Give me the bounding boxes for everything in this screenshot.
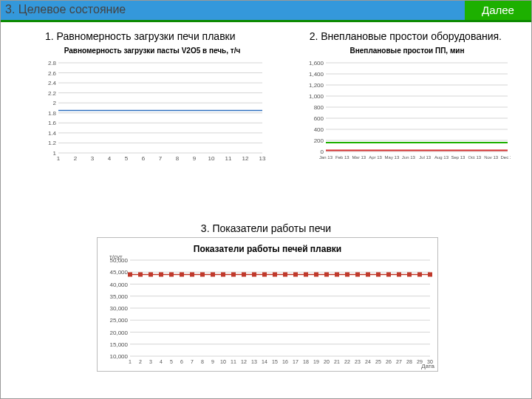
svg-text:27: 27 xyxy=(396,359,402,364)
svg-text:т/сут: т/сут xyxy=(109,253,123,260)
svg-text:10: 10 xyxy=(220,359,226,364)
svg-text:May 13: May 13 xyxy=(385,155,400,160)
svg-rect-116 xyxy=(180,273,184,277)
svg-text:40,000: 40,000 xyxy=(110,282,129,288)
slide-root: 3. Целевое состояние Далее 1. Равномерно… xyxy=(0,0,532,399)
svg-text:2.2: 2.2 xyxy=(48,90,57,97)
svg-text:2: 2 xyxy=(139,359,142,364)
svg-text:Dec 13: Dec 13 xyxy=(500,155,511,160)
chart-performance: Показатели работы печей плавки 10,00015,… xyxy=(97,237,438,372)
svg-text:Jul 13: Jul 13 xyxy=(419,155,432,160)
svg-text:30,000: 30,000 xyxy=(110,305,129,312)
svg-text:18: 18 xyxy=(303,359,309,364)
svg-text:1.2: 1.2 xyxy=(48,140,57,146)
svg-text:2.8: 2.8 xyxy=(48,60,57,66)
svg-rect-115 xyxy=(169,273,174,277)
svg-text:Nov 13: Nov 13 xyxy=(484,155,499,160)
chart1-title: Равномерность загрузки пасты V2O5 в печь… xyxy=(38,47,267,55)
svg-text:Mar 13: Mar 13 xyxy=(352,155,366,160)
svg-rect-135 xyxy=(376,273,381,277)
svg-rect-123 xyxy=(252,273,256,277)
svg-rect-126 xyxy=(283,273,287,277)
svg-text:6: 6 xyxy=(180,359,183,364)
svg-text:2: 2 xyxy=(53,100,57,106)
svg-text:1,000: 1,000 xyxy=(309,93,324,100)
svg-rect-114 xyxy=(159,273,163,277)
svg-rect-133 xyxy=(355,273,360,277)
svg-text:1.4: 1.4 xyxy=(48,130,57,137)
svg-text:400: 400 xyxy=(314,126,324,133)
svg-text:10,000: 10,000 xyxy=(110,353,129,360)
svg-rect-120 xyxy=(221,273,225,277)
svg-text:600: 600 xyxy=(314,115,324,122)
svg-text:1: 1 xyxy=(57,155,61,162)
svg-text:3: 3 xyxy=(91,155,95,162)
svg-rect-132 xyxy=(345,273,349,277)
svg-rect-111 xyxy=(128,273,132,277)
chart2-svg: 02004006008001,0001,2001,4001,600Jan 13F… xyxy=(304,47,511,165)
svg-text:11: 11 xyxy=(225,155,232,162)
svg-rect-139 xyxy=(417,273,422,277)
svg-rect-113 xyxy=(149,273,153,277)
svg-text:16: 16 xyxy=(282,359,288,364)
svg-text:21: 21 xyxy=(334,359,340,364)
svg-rect-124 xyxy=(262,273,267,277)
svg-text:9: 9 xyxy=(211,359,214,364)
svg-text:0: 0 xyxy=(321,149,324,155)
svg-rect-131 xyxy=(335,273,339,277)
svg-text:7: 7 xyxy=(191,359,194,364)
svg-text:45,000: 45,000 xyxy=(110,269,129,276)
svg-text:17: 17 xyxy=(293,359,299,364)
svg-text:15,000: 15,000 xyxy=(110,341,129,348)
svg-text:25,000: 25,000 xyxy=(110,317,129,324)
svg-text:Jun 13: Jun 13 xyxy=(402,155,416,160)
svg-text:12: 12 xyxy=(241,359,247,364)
svg-text:3: 3 xyxy=(149,359,152,364)
svg-text:13: 13 xyxy=(259,155,266,162)
svg-rect-122 xyxy=(242,273,246,277)
svg-rect-134 xyxy=(366,273,370,277)
svg-text:4: 4 xyxy=(160,359,163,364)
divider xyxy=(1,20,531,22)
chart2-title: Внеплановые простои ПП, мин xyxy=(304,47,511,55)
svg-text:1.6: 1.6 xyxy=(48,120,57,126)
chart1-svg: 11.21.41.61.822.22.42.62.812345678910111… xyxy=(38,47,267,165)
svg-text:Apr 13: Apr 13 xyxy=(369,155,382,160)
svg-text:24: 24 xyxy=(365,359,371,364)
svg-text:19: 19 xyxy=(313,359,319,364)
chart-downtime: Внеплановые простои ПП, мин 020040060080… xyxy=(304,47,511,165)
svg-text:12: 12 xyxy=(242,155,249,162)
svg-text:2: 2 xyxy=(74,155,78,162)
svg-text:1,200: 1,200 xyxy=(309,82,324,89)
next-button[interactable]: Далее xyxy=(465,1,531,20)
chart2-heading: 2. Внеплановые простои оборудования. xyxy=(310,30,502,42)
chart-uniformity: Равномерность загрузки пасты V2O5 в печь… xyxy=(38,47,267,165)
chart3-title: Показатели работы печей плавки xyxy=(98,244,437,254)
svg-text:13: 13 xyxy=(251,359,257,364)
svg-text:2.4: 2.4 xyxy=(48,80,57,86)
svg-text:1.8: 1.8 xyxy=(48,110,57,117)
svg-text:11: 11 xyxy=(231,359,236,364)
svg-rect-130 xyxy=(324,273,329,277)
svg-text:23: 23 xyxy=(355,359,361,364)
svg-text:Sep 13: Sep 13 xyxy=(451,155,466,160)
svg-rect-119 xyxy=(211,273,215,277)
svg-rect-125 xyxy=(273,273,277,277)
svg-text:14: 14 xyxy=(262,359,267,364)
svg-text:Feb 13: Feb 13 xyxy=(335,155,349,160)
svg-rect-129 xyxy=(314,273,318,277)
svg-text:1: 1 xyxy=(129,359,132,364)
svg-rect-136 xyxy=(386,273,391,277)
svg-text:800: 800 xyxy=(314,104,324,111)
svg-text:28: 28 xyxy=(406,359,412,364)
chart1-heading: 1. Равномерность загрузки печи плавки xyxy=(45,30,236,42)
chart3-svg: 10,00015,00020,00025,00030,00035,00040,0… xyxy=(98,238,437,371)
page-title: 3. Целевое состояние xyxy=(5,3,126,16)
svg-text:7: 7 xyxy=(159,155,163,162)
svg-text:20: 20 xyxy=(324,359,330,364)
svg-text:Aug 13: Aug 13 xyxy=(434,155,449,160)
svg-text:35,000: 35,000 xyxy=(110,293,129,300)
svg-text:Jan 13: Jan 13 xyxy=(319,155,333,160)
svg-text:4: 4 xyxy=(108,155,112,162)
svg-text:1,400: 1,400 xyxy=(309,71,324,78)
